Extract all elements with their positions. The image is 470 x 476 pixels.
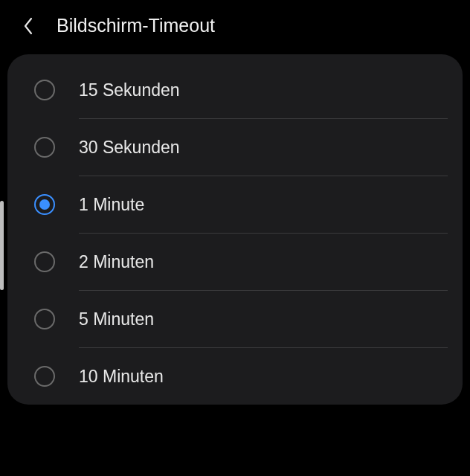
page-title: Bildschirm-Timeout: [57, 15, 215, 36]
radio-selected-icon[interactable]: [34, 194, 55, 215]
radio-icon[interactable]: [34, 309, 55, 329]
timeout-option[interactable]: 2 Minuten: [7, 234, 463, 290]
timeout-option[interactable]: 1 Minute: [7, 176, 463, 233]
header: Bildschirm-Timeout: [0, 0, 470, 54]
back-icon[interactable]: [18, 16, 39, 36]
radio-icon[interactable]: [34, 366, 55, 387]
timeout-option[interactable]: 10 Minuten: [7, 348, 463, 405]
timeout-option[interactable]: 30 Sekunden: [7, 119, 463, 176]
radio-icon[interactable]: [34, 137, 55, 158]
timeout-option-label: 10 Minuten: [79, 367, 164, 387]
timeout-option[interactable]: 15 Sekunden: [7, 62, 463, 118]
timeout-option-label: 5 Minuten: [79, 309, 154, 329]
radio-icon[interactable]: [34, 80, 55, 100]
timeout-option[interactable]: 5 Minuten: [7, 291, 463, 347]
timeout-option-label: 2 Minuten: [79, 252, 154, 272]
options-panel: 15 Sekunden30 Sekunden1 Minute2 Minuten5…: [7, 54, 463, 405]
timeout-option-label: 30 Sekunden: [79, 138, 180, 158]
radio-icon[interactable]: [34, 251, 55, 272]
timeout-option-label: 1 Minute: [79, 195, 144, 215]
scroll-indicator[interactable]: [0, 201, 4, 290]
timeout-option-label: 15 Sekunden: [79, 80, 180, 100]
